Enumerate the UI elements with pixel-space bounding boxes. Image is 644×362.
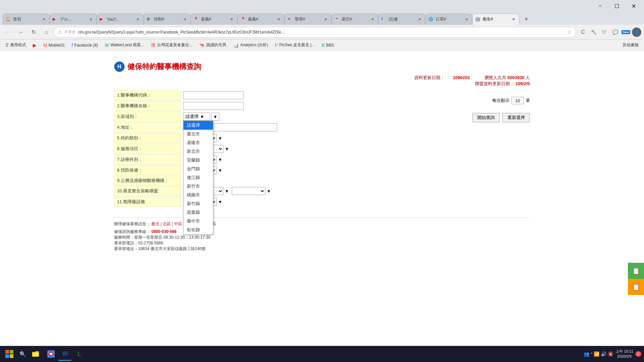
- start-button[interactable]: [3, 347, 16, 361]
- tab-2[interactable]: ▶ グル... ✕: [50, 13, 97, 25]
- bbs-icon: B: [322, 43, 325, 48]
- footer-link-north[interactable]: 北區: [163, 222, 171, 226]
- label-5: 5.特約類別：: [114, 133, 181, 143]
- region-option-taichung[interactable]: 臺中市: [183, 217, 213, 226]
- minimize-button[interactable]: −: [592, 0, 608, 12]
- taskbar-chrome[interactable]: [44, 347, 58, 361]
- taskbar-file-explorer[interactable]: [30, 348, 42, 360]
- back-button[interactable]: ←: [3, 27, 13, 38]
- bookmark-mobile01[interactable]: M Mobile01: [41, 41, 67, 50]
- tab-7[interactable]: ✦ 聖塔# ✕: [284, 13, 331, 25]
- cast-icon[interactable]: C: [578, 27, 588, 37]
- bookmark-jump[interactable]: 🦘 跳躍的宅男: [197, 41, 229, 50]
- bookmark-bbs[interactable]: B BBS: [319, 41, 337, 50]
- taskbar-search-button[interactable]: 🔍: [17, 349, 28, 359]
- tab-8[interactable]: ☕ 星巴# ✕: [331, 13, 378, 25]
- page-content: ··· H 健保特約醫事機構查詢 資料更新日期： 1090203: [0, 51, 644, 346]
- chevron-up-icon[interactable]: ^: [591, 352, 592, 356]
- tab-11[interactable]: 🏥 衛生# ✕: [472, 13, 519, 25]
- tab-3[interactable]: ▶ YouT... ✕: [97, 13, 144, 25]
- region-option-newtaipei[interactable]: 新北市: [183, 147, 213, 156]
- bookmark-weibo[interactable]: 微 台灣花蓮美食畫在...: [148, 41, 195, 50]
- tab-close-3[interactable]: ✕: [135, 17, 141, 22]
- tab-close-2[interactable]: ✕: [88, 17, 94, 22]
- bookmark-youtube[interactable]: ▶: [30, 41, 39, 50]
- region-option-lienchiang[interactable]: 連江縣: [183, 173, 213, 182]
- footer-link-taipei[interactable]: 臺北: [151, 222, 159, 226]
- input-name[interactable]: [183, 102, 244, 110]
- query-button[interactable]: 開始查詢: [472, 113, 500, 122]
- tab-favicon-11: 🏥: [475, 17, 481, 22]
- tab-close-5[interactable]: ✕: [229, 17, 234, 22]
- forward-button[interactable]: →: [15, 27, 26, 38]
- bookmark-more[interactable]: 其他書籤: [620, 41, 641, 50]
- new-feature-btn[interactable]: New: [621, 27, 631, 37]
- bookmark-facebook[interactable]: f Facebook (8): [69, 41, 101, 50]
- tab-close-6[interactable]: ✕: [276, 17, 281, 22]
- tab-4[interactable]: ⚙ 控制# ✕: [144, 13, 191, 25]
- taskbar-word[interactable]: W: [58, 347, 72, 361]
- footer-address-line: 署本部地址：10634 臺北市大安區信義路三段140號: [114, 246, 530, 252]
- footer-link-central[interactable]: 中區: [174, 222, 182, 226]
- tab-9[interactable]: f (2)連 ✕: [378, 13, 425, 25]
- bookmark-walkerland[interactable]: W WalkerLand 窩客...: [102, 41, 147, 50]
- region-option-taipei[interactable]: 臺北市: [183, 130, 213, 138]
- maximize-button[interactable]: ☐: [609, 0, 625, 12]
- bookmark-apps[interactable]: ⠿ 應用程式: [3, 41, 29, 50]
- bookmark-picsee[interactable]: P PicSee 皮克看見 |...: [272, 41, 317, 50]
- region-option-nantou[interactable]: 南投縣: [183, 234, 213, 235]
- star-icon[interactable]: ☆: [567, 29, 572, 35]
- extension-icon-1[interactable]: 🔧: [589, 27, 598, 37]
- float-btn-orange[interactable]: 📋: [628, 279, 644, 295]
- toolbar: ← → ↻ ⌂ ⚠ 不安全 nhi.gov.tw/QueryN/Query3.a…: [0, 25, 644, 40]
- main-layout: 1.醫事機構代碼： 2.醫事機構名稱： 3.區域別：: [114, 90, 530, 207]
- tab-close-8[interactable]: ✕: [370, 17, 375, 22]
- tab-favicon-4: ⚙: [147, 17, 152, 22]
- profile-avatar[interactable]: 👤: [632, 27, 641, 37]
- tab-close-11[interactable]: ✕: [511, 17, 516, 22]
- tab-label-11: 衛生#: [483, 16, 509, 22]
- extension-icon-2[interactable]: 🛡: [600, 27, 609, 37]
- address-bar[interactable]: ⚠ 不安全 nhi.gov.tw/QueryN/Query3.aspx?utm_…: [54, 27, 576, 38]
- field-row-4: 4.地址：: [114, 122, 433, 132]
- region-option-miaoli[interactable]: 苗栗縣: [183, 208, 213, 217]
- tab-1[interactable]: 🏠 首頁 ✕: [3, 13, 50, 25]
- reload-button[interactable]: ↻: [28, 27, 39, 38]
- alliance2-arrow: ▼: [267, 189, 271, 194]
- region-select-trigger[interactable]: 請選擇 ▼: [183, 113, 210, 121]
- visit-prefix: 瀏覽人次共: [484, 75, 506, 80]
- tab-close-4[interactable]: ✕: [182, 17, 187, 22]
- tab-close-7[interactable]: ✕: [323, 17, 328, 22]
- tab-favicon-7: ✦: [287, 17, 293, 22]
- float-btn-green[interactable]: 📋: [628, 263, 644, 279]
- tab-favicon-6: 📍: [240, 17, 246, 22]
- select-alliance-2[interactable]: [232, 187, 265, 195]
- region-option-keelung[interactable]: 基隆市: [183, 138, 213, 147]
- tab-6[interactable]: 📍 嘉義# ✕: [237, 13, 284, 25]
- input-code[interactable]: [183, 91, 244, 99]
- new-tab-button[interactable]: +: [521, 13, 532, 25]
- close-button[interactable]: ✕: [626, 0, 641, 12]
- tab-close-9[interactable]: ✕: [417, 17, 422, 22]
- region-option-placeholder[interactable]: 請選擇: [183, 121, 213, 130]
- region-option-yilan[interactable]: 宜蘭縣: [183, 156, 213, 165]
- region-secondary-dropdown[interactable]: ▼: [211, 113, 219, 121]
- region-option-hsinchu-city[interactable]: 新竹市: [183, 182, 213, 191]
- tab-close-1[interactable]: ✕: [41, 17, 47, 22]
- tab-5[interactable]: 📍 嘉義# ✕: [191, 13, 237, 25]
- float-green-icon: 📋: [632, 267, 640, 275]
- region-option-taoyuan[interactable]: 桃園市: [183, 191, 213, 199]
- extension-icon-3[interactable]: 💬: [610, 27, 620, 37]
- taskbar-line[interactable]: L: [72, 347, 86, 361]
- tab-close-10[interactable]: ✕: [464, 17, 469, 22]
- footer-service-label: 辦理健保業務請至：: [114, 222, 150, 226]
- region-option-hsinchu-county[interactable]: 新竹縣: [183, 199, 213, 208]
- home-button[interactable]: ⌂: [41, 27, 52, 38]
- region-option-kinmen[interactable]: 金門縣: [183, 165, 213, 173]
- reset-button[interactable]: 重新選擇: [502, 113, 530, 122]
- bookmark-analytics[interactable]: 📊 Analytics (分析): [230, 41, 271, 50]
- tab-10[interactable]: 🌐 口罩# ✕: [425, 13, 472, 25]
- per-page-input[interactable]: [512, 97, 524, 104]
- region-option-changhua[interactable]: 彰化縣: [183, 226, 213, 234]
- notification-badge[interactable]: 20: [635, 351, 641, 357]
